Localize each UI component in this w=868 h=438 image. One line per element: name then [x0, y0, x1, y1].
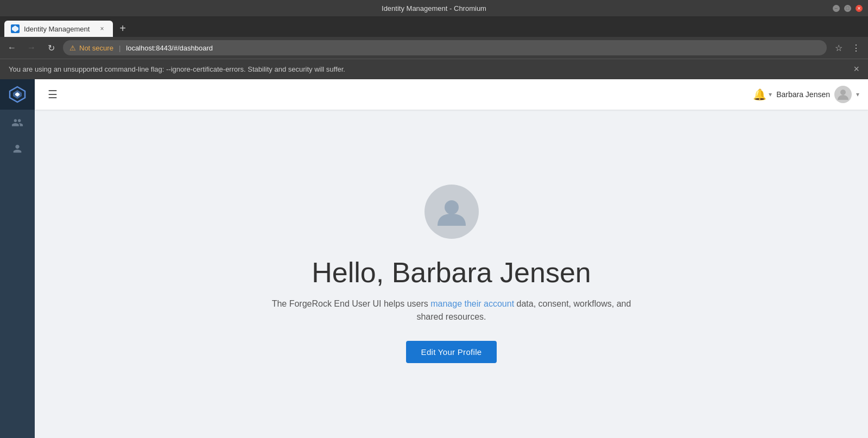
maximize-button[interactable] [844, 5, 851, 12]
notification-dropdown-arrow: ▾ [769, 91, 772, 98]
sidebar-item-users[interactable] [0, 110, 35, 136]
browser-menu-button[interactable]: ⋮ [848, 40, 864, 55]
not-secure-icon: ⚠ [69, 44, 76, 52]
logo-icon [9, 86, 26, 103]
notification-icon: 🔔 [753, 88, 766, 101]
tab-label: Identity Management [24, 25, 90, 33]
avatar-large-icon [434, 194, 469, 229]
svg-point-4 [840, 90, 846, 95]
back-button[interactable]: ← [4, 40, 20, 55]
edit-profile-button[interactable]: Edit Your Profile [406, 341, 497, 363]
svg-marker-0 [12, 26, 18, 32]
user-dropdown-arrow: ▾ [856, 91, 859, 98]
minimize-button[interactable] [833, 5, 840, 12]
not-secure-label: Not secure [79, 44, 113, 52]
main-content: ☰ 🔔 ▾ Barbara Jensen ▾ [35, 79, 868, 438]
tab-bar: Identity Management × + [0, 16, 868, 37]
greeting-heading: Hello, Barbara Jensen [312, 256, 591, 289]
sidebar-item-admin[interactable] [0, 136, 35, 162]
tab-close-button[interactable]: × [98, 24, 106, 33]
user-avatar[interactable] [834, 86, 852, 103]
sidebar-logo[interactable] [0, 79, 35, 110]
user-name-label: Barbara Jensen [776, 90, 830, 99]
close-button[interactable] [856, 5, 863, 12]
bookmark-button[interactable]: ☆ [831, 40, 846, 55]
address-separator: | [119, 44, 121, 52]
top-navbar: ☰ 🔔 ▾ Barbara Jensen ▾ [35, 79, 868, 110]
dashboard-body: Hello, Barbara Jensen The ForgeRock End … [35, 110, 868, 438]
app-container: ☰ 🔔 ▾ Barbara Jensen ▾ [0, 79, 868, 438]
description-link: manage their account [430, 299, 514, 308]
sidebar [0, 79, 35, 438]
description-start: The ForgeRock End User UI helps users [272, 299, 431, 308]
address-url: localhost:8443/#/dashboard [126, 44, 213, 52]
window-controls [833, 5, 863, 12]
notification-button[interactable]: 🔔 ▾ [753, 88, 772, 101]
tab-favicon [11, 24, 20, 33]
active-tab[interactable]: Identity Management × [4, 21, 113, 37]
hamburger-button[interactable]: ☰ [43, 84, 62, 105]
browser-titlebar: Identity Management - Chromium [0, 0, 868, 16]
security-warning-text: You are using an unsupported command-lin… [9, 65, 345, 73]
new-tab-button[interactable]: + [115, 21, 130, 36]
security-warning-close[interactable]: × [853, 64, 859, 75]
security-warning-bar: You are using an unsupported command-lin… [0, 59, 868, 79]
forward-button[interactable]: → [24, 40, 39, 55]
refresh-button[interactable]: ↻ [43, 40, 59, 55]
address-field[interactable]: ⚠ Not secure | localhost:8443/#/dashboar… [63, 40, 827, 55]
avatar-icon [835, 87, 851, 102]
browser-title: Identity Management - Chromium [382, 4, 486, 12]
description-paragraph: The ForgeRock End User UI helps users ma… [262, 297, 642, 323]
address-right-icons: ☆ ⋮ [831, 40, 864, 55]
navbar-right: 🔔 ▾ Barbara Jensen ▾ [753, 86, 859, 103]
svg-point-5 [445, 200, 459, 214]
user-avatar-large [425, 185, 479, 239]
address-bar: ← → ↻ ⚠ Not secure | localhost:8443/#/da… [0, 37, 868, 59]
